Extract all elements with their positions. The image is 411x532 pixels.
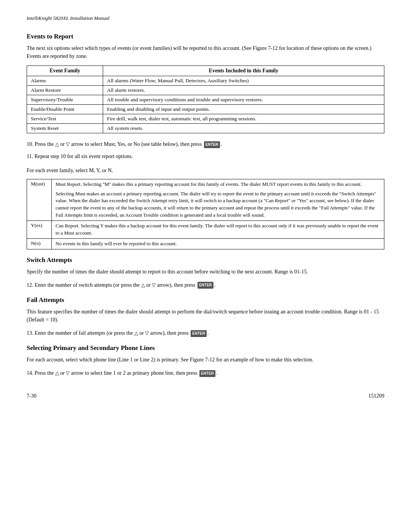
footer-left: 7-30 xyxy=(27,393,37,399)
down-arrow-icon xyxy=(66,141,70,147)
table-row: N(o)No events in this family will ever b… xyxy=(27,238,384,249)
step-11: 11. Repeat step 10 for all six event rep… xyxy=(27,152,384,161)
table-row: System ResetAll system resets. xyxy=(27,124,384,133)
events-included-cell: All alarms (Water Flow, Manual Pull, Det… xyxy=(103,76,384,86)
down-arrow-icon-2 xyxy=(152,282,156,288)
table-row: AlarmsAll alarms (Water Flow, Manual Pul… xyxy=(27,76,384,86)
event-family-cell: Enable/Disable Point xyxy=(27,105,103,114)
col-header-events-included: Events Included in this Family xyxy=(103,66,384,76)
event-family-cell: Service/Test xyxy=(27,114,103,124)
table-row: Y(es)Can Report. Selecting Y makes this … xyxy=(27,221,384,239)
enter-button: ENTER xyxy=(204,141,220,148)
up-arrow-icon-4 xyxy=(55,370,59,376)
option-text-cell: No events in this family will ever be re… xyxy=(52,238,384,249)
section-intro: The next six options select which types … xyxy=(27,44,384,60)
enter-button-2: ENTER xyxy=(198,282,213,289)
step-10: 10. Press the or arrow to select Must, Y… xyxy=(27,140,384,149)
event-family-table: Event Family Events Included in this Fam… xyxy=(27,66,384,133)
events-included-cell: Fire drill, walk test, dialer test, auto… xyxy=(103,114,384,124)
event-family-cell: Alarm Restore xyxy=(27,86,103,95)
option-label-cell: N(o) xyxy=(27,238,52,249)
events-included-cell: Enabling and disabling of input and outp… xyxy=(103,105,384,114)
section-switch-attempts: Switch Attempts Specify the number of ti… xyxy=(27,256,384,276)
option-label-cell: M(ust) xyxy=(27,179,52,220)
event-family-cell: Supervisory/Trouble xyxy=(27,95,103,105)
step-13: 13. Enter the number of fail attempts (o… xyxy=(27,329,384,337)
enter-button-4: ENTER xyxy=(199,370,215,377)
up-arrow-icon xyxy=(55,141,59,147)
section-title-fail: Fail Attempts xyxy=(27,296,384,304)
header-title: IntelliKnight 5820XL Installation Manual xyxy=(27,15,110,21)
events-included-cell: All alarm restores. xyxy=(103,86,384,95)
events-included-cell: All trouble and supervisory conditions a… xyxy=(103,95,384,105)
section-fail-attempts: Fail Attempts This feature specifies the… xyxy=(27,296,384,324)
step-14: 14. Press the or arrow to select line 1 … xyxy=(27,369,384,377)
section-title-switch: Switch Attempts xyxy=(27,256,384,264)
section-title-events: Events to Report xyxy=(27,33,384,40)
event-family-cell: Alarms xyxy=(27,76,103,86)
col-header-event-family: Event Family xyxy=(27,66,103,76)
section-fail-text: This feature specifies the number of tim… xyxy=(27,308,384,324)
section-phone-text: For each account, select which phone lin… xyxy=(27,356,384,364)
for-each-text: For each event family, select M, Y, or N… xyxy=(27,166,384,174)
down-arrow-icon-4 xyxy=(66,370,70,376)
option-label-cell: Y(es) xyxy=(27,221,52,239)
table-row: Service/TestFire drill, walk test, diale… xyxy=(27,114,384,124)
option-text-cell: Can Report. Selecting Y makes this a bac… xyxy=(52,221,384,239)
section-switch-text: Specify the number of times the dialer s… xyxy=(27,268,384,276)
up-arrow-icon-2 xyxy=(141,282,145,288)
step-12: 12. Enter the number of switch attempts … xyxy=(27,281,384,289)
event-family-cell: System Reset xyxy=(27,124,103,133)
page-footer: 7-30 151209 xyxy=(27,393,384,399)
events-included-cell: All system resets. xyxy=(103,124,384,133)
up-arrow-icon-3 xyxy=(134,330,138,336)
section-phone-lines: Selecting Primary and Secondary Phone Li… xyxy=(27,344,384,364)
table-row: M(ust)Must Report. Selecting "M" makes t… xyxy=(27,179,384,220)
table-row: Supervisory/TroubleAll trouble and super… xyxy=(27,95,384,105)
options-table: M(ust)Must Report. Selecting "M" makes t… xyxy=(27,179,384,249)
enter-button-3: ENTER xyxy=(191,330,207,337)
table-row: Alarm RestoreAll alarm restores. xyxy=(27,86,384,95)
document-header: IntelliKnight 5820XL Installation Manual xyxy=(27,15,384,21)
section-title-phone: Selecting Primary and Secondary Phone Li… xyxy=(27,344,384,352)
section-events-to-report: Events to Report The next six options se… xyxy=(27,33,384,133)
footer-right: 151209 xyxy=(368,393,384,399)
table-row: Enable/Disable PointEnabling and disabli… xyxy=(27,105,384,114)
down-arrow-icon-3 xyxy=(145,330,149,336)
option-text-cell: Must Report. Selecting "M" makes this a … xyxy=(52,179,384,220)
